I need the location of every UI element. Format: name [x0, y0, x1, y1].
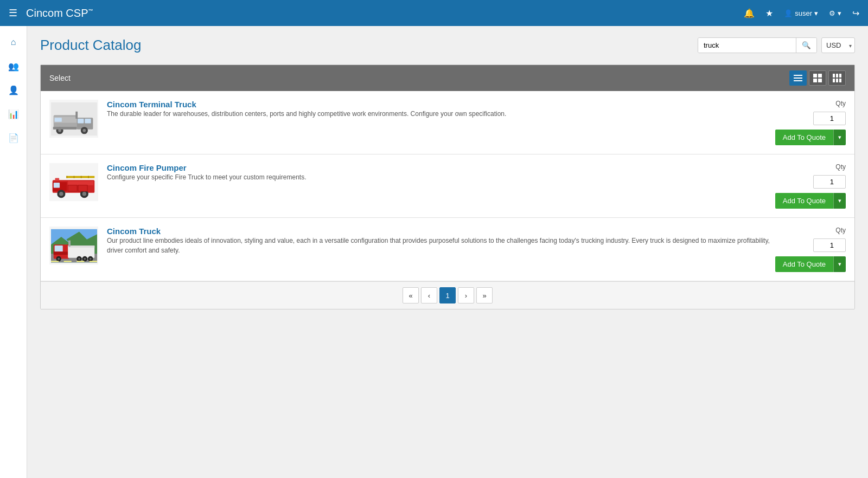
search-input[interactable] — [698, 38, 796, 53]
svg-rect-40 — [68, 185, 77, 191]
pagination-first[interactable]: « — [403, 287, 419, 303]
product-row: Cincom Truck Our product line embodies i… — [41, 218, 854, 281]
svg-rect-6 — [818, 79, 822, 82]
select-label: Select — [49, 74, 71, 82]
search-button[interactable]: 🔍 — [796, 38, 816, 53]
pagination-bar: « ‹ 1 › » — [41, 281, 854, 309]
pagination-prev[interactable]: ‹ — [421, 287, 437, 303]
product-info-3: Cincom Truck Our product line embodies i… — [107, 227, 770, 255]
user-menu[interactable]: 👤 suser ▾ — [784, 9, 818, 17]
svg-rect-62 — [76, 261, 84, 262]
product-name-3[interactable]: Cincom Truck — [107, 227, 161, 236]
sidebar-item-chart[interactable]: 📊 — [4, 104, 23, 124]
qty-label-1: Qty — [835, 100, 846, 107]
product-actions-2: Qty Add To Quote ▾ — [770, 163, 846, 209]
currency-wrapper: USD EUR GBP — [821, 37, 855, 53]
svg-rect-7 — [833, 74, 835, 77]
svg-rect-23 — [54, 118, 61, 122]
svg-rect-3 — [813, 74, 817, 77]
view-grid3-button[interactable] — [828, 70, 846, 86]
svg-rect-59 — [68, 240, 71, 246]
add-to-quote-button-1[interactable]: Add To Quote — [775, 130, 833, 145]
product-actions-3: Qty Add To Quote ▾ — [770, 227, 846, 272]
add-to-quote-group-2: Add To Quote ▾ — [775, 193, 846, 209]
svg-rect-33 — [73, 176, 74, 178]
pagination-page-1[interactable]: 1 — [439, 287, 456, 303]
svg-rect-30 — [68, 181, 93, 185]
add-to-quote-button-2[interactable]: Add To Quote — [775, 193, 833, 209]
product-row: Cincom Terminal Truck The durable leader… — [41, 91, 854, 154]
product-name-1[interactable]: Cincom Terminal Truck — [107, 100, 196, 109]
svg-rect-17 — [85, 119, 91, 124]
product-desc-3: Our product line embodies ideals of inno… — [107, 236, 770, 255]
add-to-quote-dropdown-1[interactable]: ▾ — [833, 130, 846, 145]
svg-rect-5 — [813, 79, 817, 82]
svg-point-21 — [82, 128, 86, 132]
svg-point-58 — [89, 257, 91, 260]
signout-icon[interactable]: ↪ — [852, 8, 859, 18]
view-list-button[interactable] — [789, 70, 807, 86]
svg-rect-29 — [53, 182, 59, 187]
sidebar-item-home[interactable]: ⌂ — [4, 33, 23, 52]
qty-input-2[interactable] — [813, 175, 846, 189]
brand-logo: Cincom CSP™ — [26, 7, 93, 20]
main-content: Product Catalog 🔍 USD EUR GBP Select — [27, 26, 868, 478]
svg-rect-9 — [839, 74, 841, 77]
product-info-1: Cincom Terminal Truck The durable leader… — [107, 100, 770, 119]
bell-icon[interactable]: 🔔 — [744, 8, 755, 18]
svg-rect-8 — [836, 74, 838, 77]
svg-rect-34 — [80, 176, 81, 178]
hamburger-icon[interactable]: ☰ — [9, 7, 17, 19]
product-table: Select — [40, 64, 855, 309]
product-desc-1: The durable leader for warehouses, distr… — [107, 109, 770, 119]
svg-rect-35 — [88, 176, 89, 178]
qty-input-3[interactable] — [813, 238, 846, 252]
view-grid2-button[interactable] — [809, 70, 826, 86]
view-toggles — [789, 70, 846, 86]
svg-rect-1 — [794, 77, 802, 79]
sidebar-item-docs[interactable]: 📄 — [4, 128, 23, 147]
product-actions-1: Qty Add To Quote ▾ — [770, 100, 846, 145]
sidebar: ⌂ 👥 👤 📊 📄 — [0, 26, 27, 478]
svg-rect-61 — [63, 261, 71, 262]
svg-rect-4 — [818, 74, 822, 77]
svg-rect-42 — [55, 178, 59, 180]
add-to-quote-dropdown-2[interactable]: ▾ — [833, 193, 846, 209]
svg-rect-24 — [75, 111, 78, 118]
pagination-next[interactable]: › — [458, 287, 474, 303]
pagination-last[interactable]: » — [476, 287, 493, 303]
svg-rect-25 — [53, 127, 76, 130]
svg-point-56 — [84, 257, 86, 260]
svg-point-37 — [59, 191, 63, 196]
settings-menu[interactable]: ⚙ ▾ — [829, 9, 841, 17]
svg-rect-32 — [66, 176, 67, 178]
currency-select[interactable]: USD EUR GBP — [821, 37, 855, 53]
product-row: Cincom Fire Pumper Configure your specif… — [41, 154, 854, 218]
product-info-2: Cincom Fire Pumper Configure your specif… — [107, 163, 770, 182]
brand-main: Cincom — [26, 7, 63, 19]
add-to-quote-button-3[interactable]: Add To Quote — [775, 256, 833, 272]
qty-input-1[interactable] — [813, 112, 846, 125]
svg-point-39 — [82, 191, 86, 196]
sidebar-item-person[interactable]: 👤 — [4, 80, 23, 100]
svg-rect-16 — [78, 119, 84, 124]
nav-left: ☰ Cincom CSP™ — [9, 7, 93, 20]
svg-rect-2 — [794, 80, 802, 81]
product-name-2[interactable]: Cincom Fire Pumper — [107, 163, 187, 172]
svg-rect-10 — [833, 79, 835, 82]
nav-right: 🔔 ★ 👤 suser ▾ ⚙ ▾ ↪ — [744, 8, 859, 18]
star-icon[interactable]: ★ — [765, 8, 773, 18]
search-box: 🔍 — [698, 37, 817, 53]
sidebar-item-users[interactable]: 👥 — [4, 56, 23, 76]
add-to-quote-dropdown-3[interactable]: ▾ — [833, 256, 846, 272]
svg-rect-0 — [794, 75, 802, 76]
svg-rect-60 — [51, 261, 59, 262]
user-icon: 👤 — [784, 9, 793, 17]
add-to-quote-group-3: Add To Quote ▾ — [775, 256, 846, 272]
header-controls: 🔍 USD EUR GBP — [698, 37, 855, 53]
svg-rect-11 — [836, 79, 838, 82]
page-title: Product Catalog — [40, 37, 141, 54]
svg-point-54 — [78, 257, 80, 260]
svg-point-52 — [58, 257, 60, 260]
svg-rect-48 — [53, 251, 68, 255]
